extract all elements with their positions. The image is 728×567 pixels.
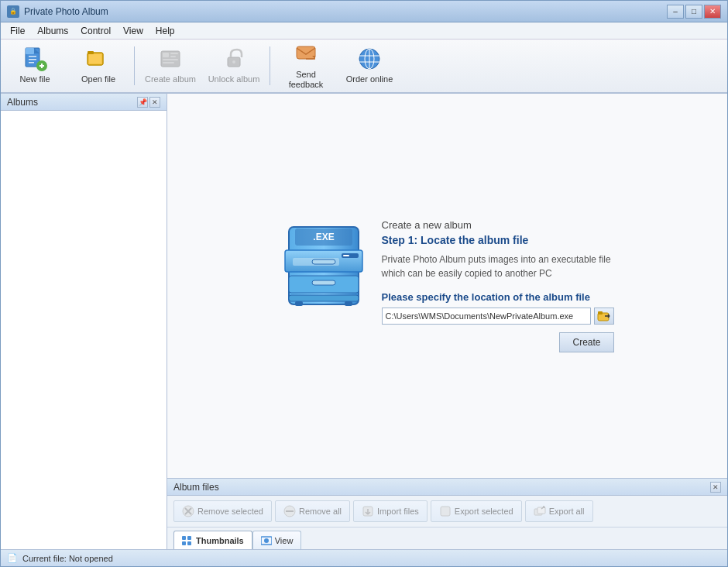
svg-rect-8	[41, 64, 43, 68]
svg-rect-63	[182, 541, 186, 545]
step-location-label: Please specify the location of the album…	[382, 291, 614, 303]
view-tab-label: View	[275, 536, 294, 545]
svg-rect-16	[170, 56, 176, 57]
create-button[interactable]: Create	[559, 332, 613, 352]
minimize-button[interactable]: –	[667, 5, 684, 19]
svg-rect-55	[441, 507, 450, 516]
albums-pin-button[interactable]: 📌	[137, 97, 148, 108]
thumbnails-tab-icon	[182, 536, 193, 545]
albums-close-button[interactable]: ✕	[149, 97, 160, 108]
view-tab-icon	[261, 536, 272, 545]
albums-list	[1, 111, 167, 549]
step-details: Create a new album Step 1: Locate the al…	[382, 219, 614, 352]
bottom-tabs: Thumbnails View	[167, 527, 727, 549]
toolbar: New file Open file	[1, 40, 727, 94]
order-online-icon	[357, 46, 382, 71]
svg-rect-14	[163, 53, 169, 57]
svg-rect-15	[170, 53, 178, 54]
step-heading: Create a new album	[382, 219, 614, 231]
status-text: Current file: Not opened	[22, 554, 113, 563]
remove-selected-label: Remove selected	[197, 507, 263, 516]
title-bar: 🔒 Private Photo Album – □ ✕	[1, 1, 727, 22]
send-feedback-label: Send feedback	[279, 70, 333, 90]
export-selected-button[interactable]: Export selected	[431, 500, 522, 522]
unlock-album-icon	[221, 46, 246, 71]
svg-rect-40	[345, 301, 352, 306]
export-all-label: Export all	[549, 507, 585, 516]
export-all-icon	[534, 505, 546, 517]
window-title: Private Photo Album	[24, 6, 667, 17]
create-album-icon	[158, 46, 183, 71]
bottom-panel-close-button[interactable]: ✕	[710, 482, 721, 493]
svg-rect-4	[29, 59, 36, 60]
toolbar-unlock-album[interactable]: Unlock album	[203, 42, 265, 90]
close-button[interactable]: ✕	[704, 5, 721, 19]
main-area: Albums 📌 ✕	[1, 94, 727, 549]
remove-all-button[interactable]: Remove all	[275, 500, 350, 522]
menu-albums[interactable]: Albums	[31, 24, 74, 38]
svg-rect-3	[29, 56, 36, 57]
import-files-button[interactable]: Import files	[353, 500, 428, 522]
svg-rect-1	[26, 48, 34, 54]
export-all-button[interactable]: Export all	[525, 500, 593, 522]
svg-rect-62	[187, 536, 191, 540]
menu-help[interactable]: Help	[149, 24, 181, 38]
tab-thumbnails[interactable]: Thumbnails	[173, 531, 252, 549]
svg-rect-11	[89, 54, 101, 64]
albums-panel-header: Albums 📌 ✕	[1, 94, 167, 111]
bottom-panel-title: Album files	[173, 482, 707, 493]
svg-point-20	[232, 60, 235, 64]
svg-rect-17	[163, 59, 178, 60]
svg-rect-35	[312, 259, 335, 264]
new-file-icon	[22, 46, 47, 71]
toolbar-open-file[interactable]: Open file	[67, 42, 129, 90]
import-files-label: Import files	[377, 507, 419, 516]
status-icon: 📄	[7, 553, 18, 563]
svg-rect-18	[163, 62, 174, 64]
import-files-icon	[362, 505, 374, 517]
svg-text:.EXE: .EXE	[313, 232, 334, 242]
albums-panel: Albums 📌 ✕	[1, 94, 167, 549]
send-feedback-icon	[294, 42, 318, 67]
unlock-album-label: Unlock album	[208, 74, 260, 84]
maximize-button[interactable]: □	[685, 5, 702, 19]
bottom-panel: Album files ✕ Remove selected	[167, 478, 727, 549]
step-path-row	[382, 308, 614, 325]
remove-all-icon	[283, 505, 296, 517]
menu-view[interactable]: View	[117, 24, 149, 38]
bottom-toolbar: Remove selected Remove all	[167, 496, 727, 527]
export-selected-label: Export selected	[455, 507, 513, 516]
svg-rect-37	[312, 280, 335, 285]
svg-rect-61	[182, 536, 186, 540]
order-online-label: Order online	[346, 74, 393, 84]
toolbar-send-feedback[interactable]: Send feedback	[275, 42, 337, 90]
app-icon: 🔒	[7, 5, 19, 18]
albums-panel-controls: 📌 ✕	[137, 97, 160, 108]
svg-point-66	[264, 538, 269, 543]
step-content: .EXE	[167, 94, 727, 478]
svg-rect-38	[289, 295, 359, 301]
svg-rect-42	[598, 311, 603, 314]
album-path-input[interactable]	[382, 308, 591, 325]
toolbar-order-online[interactable]: Order online	[338, 42, 400, 90]
open-file-icon	[86, 46, 111, 71]
menu-control[interactable]: Control	[74, 24, 117, 38]
svg-rect-5	[29, 62, 34, 64]
bottom-panel-header: Album files ✕	[167, 479, 727, 496]
toolbar-create-album[interactable]: Create album	[139, 42, 201, 90]
status-bar: 📄 Current file: Not opened	[1, 549, 727, 566]
menu-bar: File Albums Control View Help	[1, 22, 727, 40]
content-area: .EXE	[167, 94, 727, 549]
open-file-label: Open file	[81, 74, 115, 84]
remove-selected-button[interactable]: Remove selected	[173, 500, 272, 522]
toolbar-new-file[interactable]: New file	[4, 42, 66, 90]
remove-selected-icon	[182, 505, 194, 517]
svg-rect-34	[343, 255, 349, 256]
toolbar-sep-1	[134, 46, 135, 85]
svg-rect-21	[297, 46, 315, 59]
export-selected-icon	[439, 505, 452, 517]
menu-file[interactable]: File	[4, 24, 31, 38]
step-card: .EXE	[281, 219, 614, 352]
tab-view[interactable]: View	[252, 531, 302, 549]
browse-button[interactable]	[594, 308, 614, 325]
